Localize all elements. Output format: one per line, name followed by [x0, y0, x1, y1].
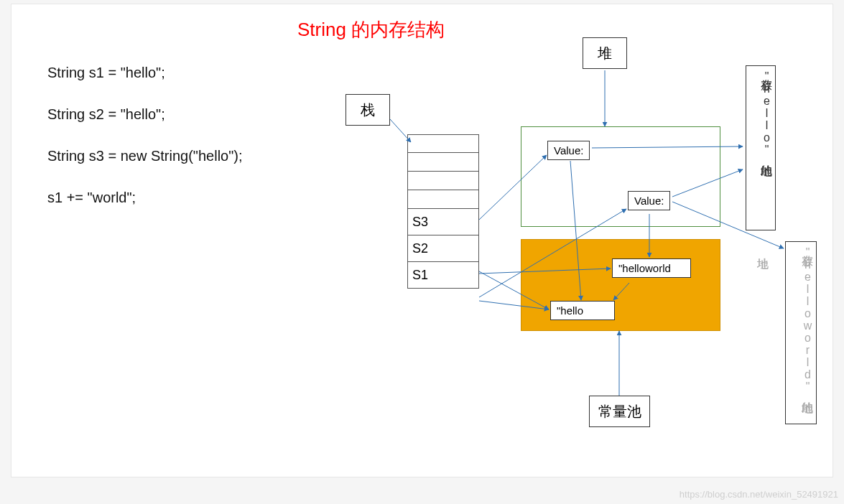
code-block: String s1 = "hello"; String s2 = "hello"… [47, 62, 243, 228]
stack-row [408, 134, 478, 153]
code-line-2: String s2 = "hello"; [47, 103, 243, 125]
code-line-1: String s1 = "hello"; [47, 62, 243, 83]
heap-object-value1: Value: [547, 141, 590, 160]
address-box-hello: 存放"hello"的地址 [746, 65, 776, 230]
diagram-title: String 的内存结构 [297, 17, 445, 42]
code-line-3: String s3 = new String("hello"); [47, 145, 243, 167]
watermark: https://blog.csdn.net/weixin_52491921 [680, 489, 838, 500]
stack-row-s1: S1 [408, 262, 478, 289]
address-box-helloworld: 存放"helloworld"的地址 [785, 241, 817, 424]
pool-literal-hello: "hello [550, 301, 615, 320]
pool-label: 常量池 [589, 396, 650, 427]
heap-object-value2: Value: [628, 191, 670, 210]
diagram-canvas: String 的内存结构 String s1 = "hello"; String… [11, 4, 833, 477]
stack-row [408, 153, 478, 172]
stack-row-s2: S2 [408, 235, 478, 262]
heap-label: 堆 [583, 37, 627, 69]
stack-frame: S3 S2 S1 [407, 134, 479, 289]
stack-row-s3: S3 [408, 209, 478, 235]
stack-label: 栈 [346, 94, 390, 126]
pool-literal-helloworld: "helloworld [612, 258, 691, 278]
code-line-4: s1 += "world"; [47, 187, 243, 208]
stack-row [408, 172, 478, 190]
stack-row [408, 190, 478, 209]
